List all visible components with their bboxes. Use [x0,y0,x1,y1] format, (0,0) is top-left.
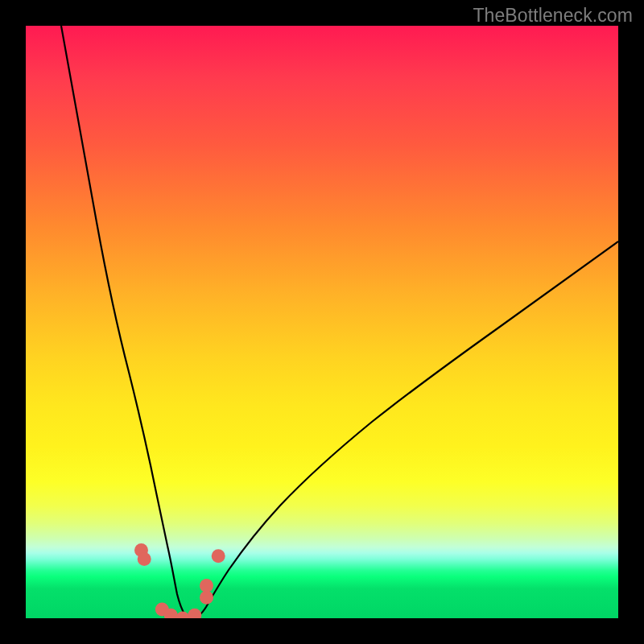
marker-group [134,543,225,618]
watermark-text: TheBottleneck.com [473,5,633,27]
data-marker [188,609,201,618]
data-marker [176,612,190,619]
data-marker [138,552,151,566]
data-marker [212,549,225,563]
data-marker [200,591,213,605]
plot-overlay [26,26,618,618]
data-marker [200,579,213,592]
chart-container: TheBottleneck.com [0,0,644,644]
bottleneck-curve [61,26,618,617]
